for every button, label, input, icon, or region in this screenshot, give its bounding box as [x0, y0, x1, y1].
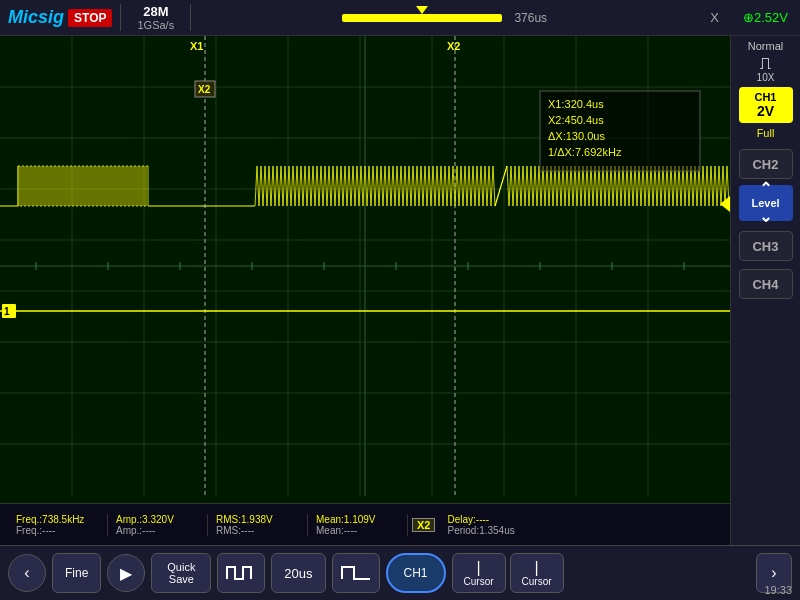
cursor1-button[interactable]: | Cursor [452, 553, 506, 593]
x-marker: X [710, 10, 719, 25]
scope-area: X1 X2 1 X1:320.4us X2:450.4u [0, 36, 730, 545]
period-label: Period:1.354us [447, 525, 531, 536]
svg-text:X1: X1 [190, 40, 203, 52]
svg-text:X2:450.4us: X2:450.4us [548, 114, 604, 126]
full-label: Full [757, 127, 775, 139]
sample-rate: 28M [143, 4, 168, 19]
stat-freq: Freq.:738.5kHz Freq.:---- [8, 514, 108, 536]
stat-amp: Amp.:3.320V Amp.:---- [108, 514, 208, 536]
quick-save-line1: Quick [167, 561, 195, 573]
fine-label: Fine [65, 566, 88, 580]
logo-area: Micsig STOP [0, 7, 120, 28]
mean-ch2-label: Mean:---- [316, 525, 399, 536]
cursor1-icon: | [476, 560, 480, 576]
voltage-display: ⊕2.52V [731, 10, 800, 25]
ch1-button-label: CH1 [754, 91, 776, 103]
normal-wave-icon: ⎍ [760, 54, 771, 72]
wave-square-icon [225, 563, 257, 583]
play-button[interactable]: ▶ [107, 554, 145, 592]
x2-stats-badge: X2 [412, 518, 435, 532]
ch1-button[interactable]: CH1 2V [739, 87, 793, 123]
waveform-display: X1 X2 1 X1:320.4us X2:450.4u [0, 36, 730, 545]
stat-delay: Delay:---- Period:1.354us [439, 514, 539, 536]
timebase-triangle [416, 6, 428, 14]
sample-unit: 1GSa/s [137, 19, 174, 31]
level-arrows-down-icon: ⌄ [759, 209, 772, 225]
cursor-buttons: | Cursor | Cursor [452, 553, 564, 593]
svg-text:1/ΔX:7.692kHz: 1/ΔX:7.692kHz [548, 146, 622, 158]
ch1-select-button[interactable]: CH1 [386, 553, 446, 593]
amp-ch2-label: Amp.:---- [116, 525, 199, 536]
pulse-wave-button[interactable] [332, 553, 380, 593]
ch3-button[interactable]: CH3 [739, 231, 793, 261]
right-panel: Normal ⎍ 10X CH1 2V Full CH2 ⌃ Level ⌄ C… [730, 36, 800, 545]
mean-ch1-label: Mean:1.109V [316, 514, 399, 525]
cursor2-icon: | [534, 560, 538, 576]
ch4-button[interactable]: CH4 [739, 269, 793, 299]
ch4-label: CH4 [752, 277, 778, 292]
rms-ch2-label: RMS:---- [216, 525, 299, 536]
level-button[interactable]: ⌃ Level ⌄ [739, 185, 793, 221]
freq-ch1-label: Freq.:738.5kHz [16, 514, 99, 525]
stat-rms: RMS:1.938V RMS:---- [208, 514, 308, 536]
bottom-bar: ‹ Fine ▶ Quick Save 20us CH1 | Cursor | … [0, 545, 800, 600]
sample-rate-area: 28M 1GSa/s [120, 4, 191, 31]
pulse-wave-icon [340, 563, 372, 583]
svg-text:1: 1 [4, 306, 10, 317]
top-bar: Micsig STOP 28M 1GSa/s 376us X ⊕2.52V [0, 0, 800, 36]
timebase-bar [342, 14, 502, 22]
stop-badge: STOP [68, 9, 112, 27]
cursor1-label: Cursor [464, 576, 494, 587]
cursor2-label: Cursor [522, 576, 552, 587]
stats-bar: Freq.:738.5kHz Freq.:---- Amp.:3.320V Am… [0, 503, 730, 545]
svg-text:X2: X2 [198, 84, 211, 95]
play-icon: ▶ [120, 564, 132, 583]
svg-text:ΔX:130.0us: ΔX:130.0us [548, 130, 605, 142]
svg-text:X1:320.4us: X1:320.4us [548, 98, 604, 110]
ch1-select-label: CH1 [404, 566, 428, 580]
back-icon: ‹ [24, 564, 29, 582]
cursor2-button[interactable]: | Cursor [510, 553, 564, 593]
timebase-area: 376us [191, 11, 698, 25]
timebase-display: 376us [514, 11, 547, 25]
wave-select-button[interactable] [217, 553, 265, 593]
svg-text:X2: X2 [447, 40, 460, 52]
logo-text: Micsig [8, 7, 64, 28]
freq-ch2-label: Freq.:---- [16, 525, 99, 536]
back-button[interactable]: ‹ [8, 554, 46, 592]
amp-ch1-label: Amp.:3.320V [116, 514, 199, 525]
ch3-label: CH3 [752, 239, 778, 254]
normal-label: Normal [748, 40, 783, 52]
rms-ch1-label: RMS:1.938V [216, 514, 299, 525]
time-display: 19:33 [764, 584, 792, 596]
ch2-label: CH2 [752, 157, 778, 172]
timebase-button[interactable]: 20us [271, 553, 325, 593]
more-icon: › [771, 564, 776, 582]
ch2-button[interactable]: CH2 [739, 149, 793, 179]
delay-label: Delay:---- [447, 514, 531, 525]
timebase-value-label: 20us [284, 566, 312, 581]
fine-button[interactable]: Fine [52, 553, 101, 593]
ten-x-label: 10X [757, 72, 775, 83]
quick-save-line2: Save [169, 573, 194, 585]
ch1-voltage-label: 2V [757, 103, 774, 119]
stat-mean: Mean:1.109V Mean:---- [308, 514, 408, 536]
level-arrows-icon: ⌃ [759, 181, 772, 197]
quick-save-button[interactable]: Quick Save [151, 553, 211, 593]
